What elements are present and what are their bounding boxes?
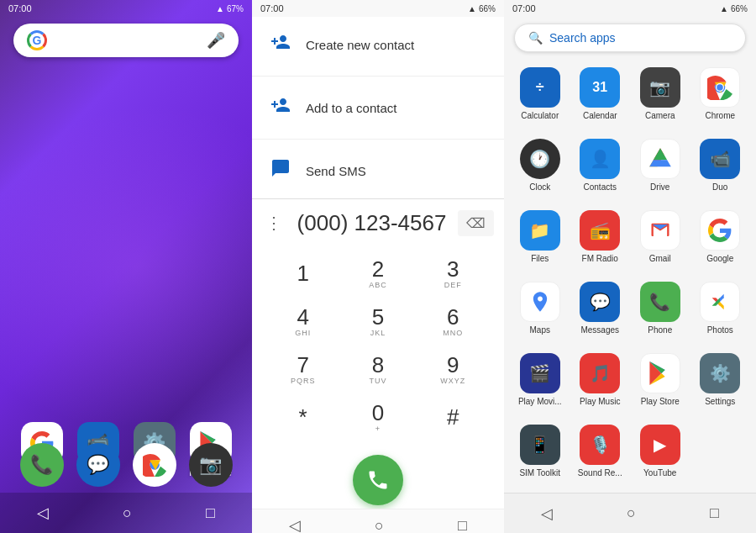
divider-1 bbox=[252, 76, 504, 77]
dial-key-1[interactable]: 1 bbox=[265, 250, 340, 298]
calculator-icon: ÷ bbox=[520, 67, 560, 108]
fmradio-label: FM Radio bbox=[582, 254, 618, 264]
app-duo[interactable]: 📹 Duo bbox=[691, 134, 750, 203]
app-calculator[interactable]: ÷ Calculator bbox=[511, 62, 570, 132]
dock-phone[interactable]: 📞 bbox=[20, 443, 64, 487]
app-playstore-grid[interactable]: Play Store bbox=[631, 348, 690, 418]
search-apps-icon: 🔍 bbox=[528, 31, 543, 45]
youtube-icon: ▶ bbox=[640, 425, 680, 465]
delete-digit-button[interactable]: ⌫ bbox=[458, 210, 494, 236]
dial-key-0[interactable]: 0 + bbox=[340, 393, 415, 441]
app-maps[interactable]: Maps bbox=[511, 277, 570, 346]
app-phone[interactable]: 📞 Phone bbox=[631, 277, 690, 346]
recents-btn-1[interactable]: □ bbox=[199, 498, 222, 529]
google-icon-grid bbox=[700, 210, 740, 251]
back-btn-2[interactable]: ◁ bbox=[282, 509, 307, 533]
home-btn-1[interactable]: ○ bbox=[116, 498, 139, 529]
google-search-bar[interactable]: G 🎤 bbox=[13, 24, 239, 57]
time-2: 07:00 bbox=[260, 3, 284, 13]
soundrecorder-icon: 🎙️ bbox=[580, 425, 620, 465]
app-soundrecorder[interactable]: 🎙️ Sound Re... bbox=[571, 420, 630, 489]
calendar-label: Calendar bbox=[583, 111, 617, 121]
status-bar-3: 07:00 ▲ 66% bbox=[504, 0, 756, 17]
app-simtoolkit[interactable]: 📱 SIM Toolkit bbox=[511, 420, 570, 489]
fmradio-icon: 📻 bbox=[580, 210, 620, 251]
app-files[interactable]: 📁 Files bbox=[511, 205, 570, 275]
mic-icon[interactable]: 🎤 bbox=[207, 31, 225, 50]
call-button-row bbox=[252, 448, 504, 509]
dialpad-menu-icon[interactable]: ⋮ bbox=[262, 209, 286, 236]
app-drive[interactable]: Drive bbox=[631, 134, 690, 203]
search-apps-bar[interactable]: 🔍 Search apps bbox=[514, 24, 746, 52]
create-contact-icon bbox=[269, 32, 292, 57]
app-google-grid[interactable]: Google bbox=[691, 205, 750, 275]
dock-chrome[interactable] bbox=[133, 443, 176, 487]
camera-label: Camera bbox=[645, 111, 675, 121]
duo-icon-grid: 📹 bbox=[700, 139, 740, 179]
calculator-label: Calculator bbox=[521, 111, 559, 121]
contact-options: Create new contact Add to a contact Send… bbox=[252, 17, 504, 198]
app-calendar[interactable]: 31 Calendar bbox=[571, 62, 630, 132]
app-clock[interactable]: 🕐 Clock bbox=[511, 134, 570, 203]
dial-key-hash[interactable]: # bbox=[416, 393, 491, 441]
home-btn-3[interactable]: ○ bbox=[620, 498, 643, 529]
phone-label: Phone bbox=[648, 325, 672, 335]
divider-2 bbox=[252, 139, 504, 140]
app-playmusic[interactable]: 🎵 Play Music bbox=[571, 348, 630, 418]
app-settings-grid[interactable]: ⚙️ Settings bbox=[691, 348, 750, 418]
app-camera[interactable]: 📷 Camera bbox=[631, 62, 690, 132]
app-messages[interactable]: 💬 Messages bbox=[571, 277, 630, 346]
add-contact-icon bbox=[269, 95, 292, 120]
maps-icon bbox=[520, 282, 560, 322]
app-fmradio[interactable]: 📻 FM Radio bbox=[571, 205, 630, 275]
dial-key-2[interactable]: 2 ABC bbox=[340, 250, 415, 298]
back-btn-3[interactable]: ◁ bbox=[534, 498, 559, 530]
photos-label: Photos bbox=[707, 325, 733, 335]
settings-icon-grid: ⚙️ bbox=[700, 353, 740, 393]
call-button[interactable] bbox=[353, 455, 403, 505]
dial-key-4[interactable]: 4 GHI bbox=[265, 298, 340, 346]
app-photos[interactable]: Photos bbox=[691, 277, 750, 346]
chrome-icon bbox=[700, 67, 740, 108]
playmovies-icon: 🎬 bbox=[520, 353, 560, 393]
app-playmovies[interactable]: 🎬 Play Movi... bbox=[511, 348, 570, 418]
bottom-dock: 📞 💬 📷 bbox=[0, 443, 252, 487]
app-gmail[interactable]: Gmail bbox=[631, 205, 690, 275]
contacts-label: Contacts bbox=[584, 182, 617, 193]
dial-key-star[interactable]: * bbox=[265, 393, 340, 441]
app-chrome[interactable]: Chrome bbox=[691, 62, 750, 132]
dock-camera[interactable]: 📷 bbox=[189, 443, 233, 487]
home-screen-panel: 07:00 ▲ 67% G 🎤 Google bbox=[0, 0, 252, 533]
back-btn-1[interactable]: ◁ bbox=[30, 497, 55, 529]
dock-messages[interactable]: 💬 bbox=[76, 443, 120, 487]
dial-key-8[interactable]: 8 TUV bbox=[340, 346, 415, 393]
add-contact-option[interactable]: Add to a contact bbox=[252, 80, 504, 135]
dial-key-3[interactable]: 3 DEF bbox=[416, 250, 491, 298]
dial-key-7[interactable]: 7 PQRS bbox=[265, 346, 340, 393]
create-contact-label: Create new contact bbox=[306, 38, 414, 52]
battery-icon-3: 66% bbox=[731, 4, 748, 13]
clock-label: Clock bbox=[529, 182, 550, 193]
dial-key-6[interactable]: 6 MNO bbox=[416, 298, 491, 346]
signal-icon-1: ▲ bbox=[216, 4, 224, 13]
photos-icon bbox=[700, 282, 740, 322]
app-youtube[interactable]: ▶ YouTube bbox=[631, 420, 690, 489]
phone-icon: 📞 bbox=[640, 282, 680, 322]
send-sms-option[interactable]: Send SMS bbox=[252, 143, 504, 198]
app-placeholder bbox=[691, 420, 750, 489]
home-btn-2[interactable]: ○ bbox=[368, 510, 391, 534]
nav-bar-1: ◁ ○ □ bbox=[0, 493, 252, 533]
soundrecorder-label: Sound Re... bbox=[578, 468, 622, 478]
dial-key-5[interactable]: 5 JKL bbox=[340, 298, 415, 346]
drive-icon bbox=[640, 139, 680, 179]
create-contact-option[interactable]: Create new contact bbox=[252, 17, 504, 72]
battery-icon-1: 67% bbox=[227, 4, 244, 13]
youtube-label: YouTube bbox=[643, 468, 676, 478]
app-drawer-panel: 07:00 ▲ 66% 🔍 Search apps ÷ Calculator 3… bbox=[504, 0, 756, 533]
recents-btn-2[interactable]: □ bbox=[451, 510, 474, 534]
chrome-label: Chrome bbox=[705, 111, 735, 121]
dialpad-grid: 1 2 ABC 3 DEF 4 GHI 5 JKL 6 MNO bbox=[252, 243, 504, 448]
app-contacts[interactable]: 👤 Contacts bbox=[571, 134, 630, 203]
dial-key-9[interactable]: 9 WXYZ bbox=[416, 346, 491, 393]
recents-btn-3[interactable]: □ bbox=[703, 498, 726, 529]
